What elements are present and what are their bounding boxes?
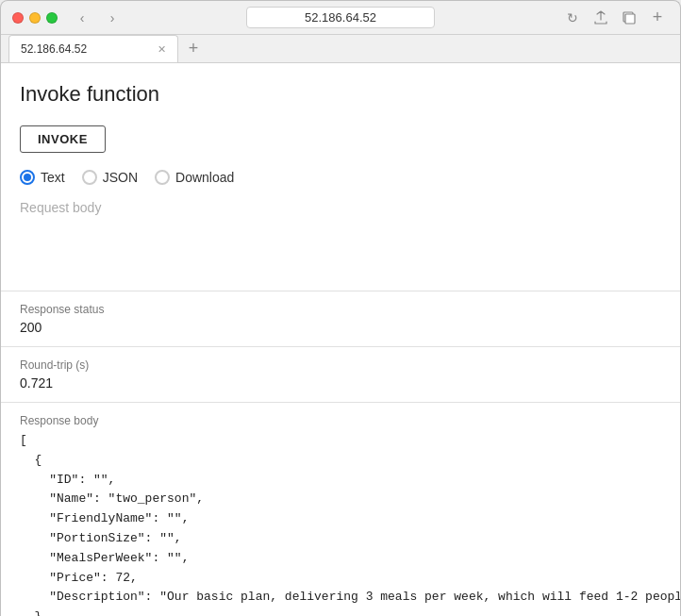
radio-option-text[interactable]: Text xyxy=(20,170,65,185)
active-tab[interactable]: 52.186.64.52 ✕ xyxy=(8,35,178,62)
share-icon[interactable] xyxy=(590,7,612,29)
tab-close-icon[interactable]: ✕ xyxy=(158,43,166,56)
maximize-button[interactable] xyxy=(46,12,58,24)
minimize-button[interactable] xyxy=(29,12,41,24)
radio-option-download[interactable]: Download xyxy=(155,170,234,185)
radio-label-json: JSON xyxy=(103,170,138,185)
radio-circle-json xyxy=(82,170,97,185)
roundtrip-value: 0.721 xyxy=(20,375,661,391)
response-status-section: Response status 200 xyxy=(20,303,661,335)
forward-button[interactable]: › xyxy=(99,8,125,27)
browser-chrome: ‹ › 52.186.64.52 ↻ + 52.186.64.52 xyxy=(0,0,681,63)
title-bar: ‹ › 52.186.64.52 ↻ + xyxy=(1,1,680,35)
response-body-section: Response body [ { "ID": "", "Name": "two… xyxy=(20,414,661,616)
radio-circle-text xyxy=(20,170,35,185)
radio-label-text: Text xyxy=(41,170,65,185)
new-window-icon[interactable] xyxy=(618,7,640,29)
response-status-value: 200 xyxy=(20,320,661,335)
divider-2 xyxy=(1,346,680,347)
reload-icon[interactable]: ↻ xyxy=(561,7,584,29)
svg-rect-1 xyxy=(625,14,635,24)
close-button[interactable] xyxy=(12,12,24,24)
radio-group: Text JSON Download xyxy=(20,170,661,185)
back-button[interactable]: ‹ xyxy=(69,8,95,27)
radio-option-json[interactable]: JSON xyxy=(82,170,138,185)
address-bar-container: 52.186.64.52 xyxy=(246,7,435,28)
radio-circle-download xyxy=(155,170,170,185)
response-body-content: [ { "ID": "", "Name": "two_person", "Fri… xyxy=(20,431,661,616)
radio-inner-text xyxy=(24,174,31,181)
page-content: Invoke function INVOKE Text JSON Downloa… xyxy=(0,63,681,616)
divider-1 xyxy=(1,291,680,291)
response-body-label: Response body xyxy=(20,414,661,427)
roundtrip-label: Round-trip (s) xyxy=(20,358,661,372)
tab-label: 52.186.64.52 xyxy=(21,42,87,56)
page-title: Invoke function xyxy=(20,82,661,107)
nav-buttons: ‹ › xyxy=(69,8,125,27)
invoke-button[interactable]: INVOKE xyxy=(20,125,106,153)
add-tab-icon[interactable]: + xyxy=(646,7,669,29)
traffic-lights xyxy=(12,12,58,24)
response-status-label: Response status xyxy=(20,303,661,316)
tab-bar: 52.186.64.52 ✕ + xyxy=(1,35,680,63)
request-body-label: Request body xyxy=(20,200,661,215)
divider-3 xyxy=(1,402,680,403)
toolbar-right: ↻ + xyxy=(561,7,669,29)
roundtrip-section: Round-trip (s) 0.721 xyxy=(20,358,661,391)
address-bar[interactable]: 52.186.64.52 xyxy=(246,7,435,28)
new-tab-button[interactable]: + xyxy=(182,35,205,62)
radio-label-download: Download xyxy=(175,170,234,185)
